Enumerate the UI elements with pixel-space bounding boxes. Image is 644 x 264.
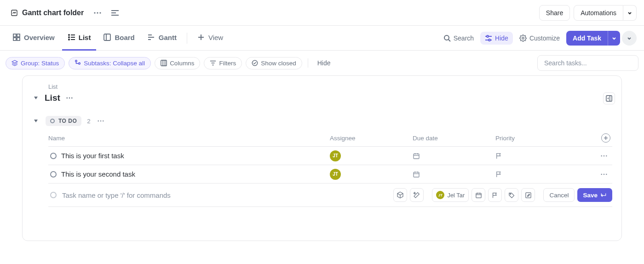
add-column-button[interactable] — [601, 133, 610, 143]
search-tasks-box[interactable] — [537, 55, 638, 71]
panel-collapse-button[interactable] — [603, 92, 615, 104]
views-bar: Overview List Board Gantt View Search Hi… — [0, 26, 644, 51]
chip-label: Filters — [219, 60, 236, 67]
add-task-label: Add Task — [566, 34, 608, 42]
priority-button[interactable] — [488, 188, 502, 202]
task-type-button[interactable] — [393, 188, 407, 202]
automations-button[interactable]: Automations — [574, 5, 623, 21]
chip-group[interactable]: Group: Status — [6, 57, 65, 69]
tab-gantt[interactable]: Gantt — [142, 26, 182, 51]
gear-icon — [519, 34, 527, 42]
tab-label: Board — [115, 34, 134, 41]
chip-show-closed[interactable]: Show closed — [246, 57, 302, 69]
add-view[interactable]: View — [192, 26, 229, 51]
hide-tool[interactable]: Hide — [480, 32, 513, 45]
row-more-icon[interactable] — [598, 149, 610, 162]
add-task-button[interactable]: Add Task — [566, 31, 620, 46]
row-more-icon[interactable] — [598, 168, 610, 181]
status-circle-icon[interactable] — [50, 171, 57, 178]
customize-tool[interactable]: Customize — [515, 32, 564, 45]
chip-label: Group: Status — [21, 60, 59, 67]
folder-title: Gantt chart folder — [22, 9, 84, 17]
add-task-caret[interactable] — [608, 31, 620, 46]
svg-point-33 — [79, 63, 80, 64]
chart-icon — [10, 9, 18, 17]
sliders-icon — [485, 34, 492, 42]
status-chip[interactable]: TO DO — [46, 116, 81, 126]
folder-chip[interactable]: Gantt chart folder — [7, 7, 86, 19]
svg-rect-34 — [161, 60, 167, 66]
layers-icon — [12, 60, 18, 66]
status-circle-icon[interactable] — [50, 153, 57, 159]
chip-label: Columns — [170, 60, 194, 67]
breadcrumb: List — [48, 83, 612, 90]
top-bar: Gantt chart folder Share Automations — [0, 0, 644, 26]
status-dot-icon — [50, 119, 55, 123]
svg-point-27 — [487, 35, 489, 37]
svg-point-30 — [522, 37, 524, 39]
list-more-icon[interactable] — [65, 93, 74, 103]
svg-point-66 — [606, 173, 607, 175]
wand-icon — [413, 191, 420, 199]
assignee-button[interactable]: JT Jel Tar — [432, 188, 469, 202]
gantt-icon — [148, 34, 155, 41]
tab-board[interactable]: Board — [98, 26, 140, 51]
more-icon[interactable] — [91, 6, 104, 19]
cube-icon — [397, 191, 404, 199]
svg-point-24 — [444, 35, 449, 40]
avatar: JT — [436, 191, 444, 199]
subtasks-icon — [75, 60, 81, 66]
edit-button[interactable] — [521, 188, 535, 202]
collapse-group-caret[interactable] — [32, 117, 40, 125]
table-row[interactable]: This is your first task JT — [48, 147, 612, 165]
cancel-button[interactable]: Cancel — [543, 188, 575, 202]
share-button[interactable]: Share — [539, 5, 570, 21]
plus-icon — [197, 34, 205, 41]
chip-columns[interactable]: Columns — [155, 57, 200, 69]
due-date-cell[interactable] — [413, 152, 495, 160]
svg-point-1 — [94, 12, 96, 13]
collapse-list-caret[interactable] — [32, 94, 40, 102]
expand-button[interactable] — [622, 31, 637, 46]
flag-icon — [492, 192, 499, 199]
tags-button[interactable] — [505, 188, 518, 202]
svg-point-65 — [604, 173, 605, 175]
hide-filters-link[interactable]: Hide — [314, 57, 334, 69]
priority-cell[interactable] — [495, 171, 587, 178]
group-more-icon[interactable] — [96, 116, 105, 126]
avatar[interactable]: JT — [330, 169, 341, 180]
new-task-row: JT Jel Tar Cancel Save — [48, 184, 612, 207]
table-row[interactable]: This is your second task JT — [48, 165, 612, 184]
search-tool[interactable]: Search — [439, 32, 478, 45]
svg-rect-10 — [17, 38, 20, 40]
overview-icon — [13, 34, 20, 41]
priority-cell[interactable] — [495, 152, 587, 160]
chip-filters[interactable]: Filters — [204, 57, 242, 69]
svg-rect-60 — [414, 172, 419, 177]
flag-icon — [495, 171, 503, 178]
svg-point-64 — [601, 173, 602, 175]
status-circle-icon[interactable] — [50, 192, 57, 198]
new-task-input[interactable] — [61, 191, 388, 200]
svg-point-49 — [100, 121, 101, 122]
save-button[interactable]: Save — [577, 188, 612, 202]
automations-caret[interactable] — [623, 5, 637, 21]
chip-subtasks[interactable]: Subtasks: Collapse all — [69, 57, 151, 69]
divider — [308, 58, 308, 68]
ai-button[interactable] — [410, 188, 424, 202]
flag-icon — [495, 152, 503, 160]
toggle-sidebar-icon[interactable] — [109, 6, 121, 19]
filter-bar: Group: Status Subtasks: Collapse all Col… — [0, 51, 644, 75]
tab-list[interactable]: List — [62, 26, 97, 51]
svg-point-44 — [71, 98, 73, 99]
svg-point-57 — [601, 155, 602, 156]
tab-overview[interactable]: Overview — [7, 26, 60, 51]
avatar[interactable]: JT — [330, 150, 341, 161]
svg-marker-31 — [12, 60, 17, 63]
svg-rect-17 — [104, 34, 110, 40]
search-tasks-input[interactable] — [537, 55, 638, 71]
svg-rect-9 — [13, 38, 16, 40]
table-header: Name Assignee Due date Priority — [48, 130, 612, 147]
due-date-button[interactable] — [472, 188, 485, 202]
due-date-cell[interactable] — [413, 171, 495, 178]
